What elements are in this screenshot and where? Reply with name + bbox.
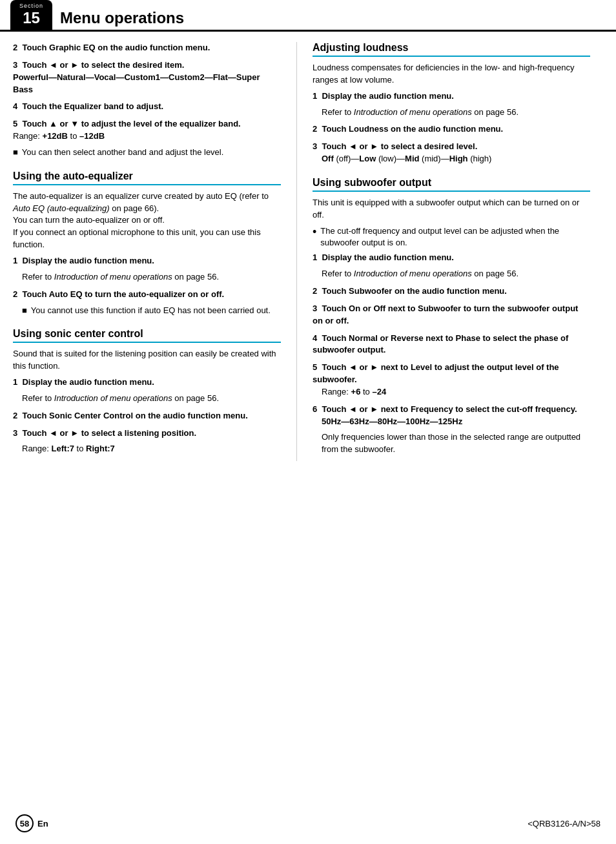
page-number: 58 [20, 819, 29, 829]
footer-code: <QRB3126-A/N>58 [528, 819, 601, 829]
loudness-step-2: 2 Touch Loudness on the audio function m… [313, 123, 590, 136]
sub-step-3-bold: Touch On or Off next to Subwoofer to tur… [313, 304, 578, 325]
sub-step-3: 3 Touch On or Off next to Subwoofer to t… [313, 303, 590, 327]
sub-step-6-num: 6 [313, 404, 317, 414]
section-heading-sonic-center: Using sonic center control [13, 328, 281, 343]
auto-eq-step-1-bold: Display the audio function menu. [22, 256, 154, 265]
sub-step-1-body: Refer to Introduction of menu operations… [322, 268, 590, 280]
left-column: 2 Touch Graphic EQ on the audio function… [13, 42, 297, 461]
subwoofer-intro: This unit is equipped with a subwoofer o… [313, 197, 590, 221]
step-5-num: 5 [13, 119, 17, 129]
loudness-step-3-num: 3 [313, 141, 317, 151]
bullet-square-icon: ■ [13, 147, 18, 159]
sub-step-4-num: 4 [313, 333, 317, 343]
sub-step-3-num: 3 [313, 304, 317, 313]
auto-eq-step-1-body: Refer to Introduction of menu operations… [22, 271, 281, 283]
sonic-step-1-body: Refer to Introduction of menu operations… [22, 393, 281, 405]
step-2-text: Touch Graphic EQ on the audio function m… [22, 43, 210, 52]
subwoofer-bullet: • The cut-off frequency and output level… [313, 225, 590, 250]
sonic-step-1-bold: Display the audio function menu. [22, 377, 154, 387]
loudness-step-1-body: Refer to Introduction of menu operations… [322, 107, 590, 119]
subwoofer-bullet-text: The cut-off frequency and output level c… [320, 225, 590, 250]
sonic-step-3-num: 3 [13, 428, 17, 438]
subwoofer-section: This unit is equipped with a subwoofer o… [313, 197, 590, 456]
auto-eq-step-1: 1 Display the audio function menu. Refer… [13, 255, 281, 283]
sonic-step-3-bold: Touch ◄ or ► to select a listening posit… [22, 428, 196, 438]
sub-step-6: 6 Touch ◄ or ► next to Frequency to sele… [313, 404, 590, 456]
sub-step-2: 2 Touch Subwoofer on the audio function … [313, 285, 590, 298]
section-heading-loudness: Adjusting loudness [313, 42, 590, 57]
auto-equalizer-section: The auto-equalizer is an equalizer curve… [13, 190, 281, 317]
footer-page: 58 En [15, 814, 48, 832]
sonic-step-3-range: Range: Left:7 to Right:7 [22, 443, 281, 455]
sonic-step-2: 2 Touch Sonic Center Control on the audi… [13, 410, 281, 422]
sonic-step-3: 3 Touch ◄ or ► to select a listening pos… [13, 427, 281, 456]
sub-step-5-bold: Touch ◄ or ► next to Level to adjust the… [313, 362, 559, 384]
step-4-text: Touch the Equalizer band to adjust. [22, 101, 163, 111]
loudness-step-3-sub: Off (off)—Low (low)—Mid (mid)—High (high… [322, 154, 491, 163]
step-5: 5 Touch ▲ or ▼ to adjust the level of th… [13, 118, 281, 159]
page-number-circle: 58 [15, 814, 34, 832]
intro-steps: 2 Touch Graphic EQ on the audio function… [13, 42, 281, 159]
sub-step-6-sub: 50Hz—63Hz—80Hz—100Hz—125Hz [322, 417, 462, 426]
sonic-center-intro: Sound that is suited for the listening p… [13, 348, 281, 373]
auto-eq-step-2-bold: Touch Auto EQ to turn the auto-equalizer… [22, 289, 224, 299]
sub-step-6-note: Only frequencies lower than those in the… [322, 431, 590, 456]
step-2: 2 Touch Graphic EQ on the audio function… [13, 42, 281, 54]
loudness-step-1-bold: Display the audio function menu. [322, 91, 453, 101]
footer-lang: En [37, 819, 48, 829]
page-title: Menu operations [60, 9, 184, 30]
sonic-center-section: Sound that is suited for the listening p… [13, 348, 281, 455]
loudness-step-1-num: 1 [313, 91, 317, 101]
section-label: Section [19, 3, 43, 9]
main-content: 2 Touch Graphic EQ on the audio function… [0, 32, 616, 474]
bullet-dot-icon: • [313, 225, 316, 240]
loudness-intro: Loudness compensates for deficiencies in… [313, 62, 590, 87]
step-4-num: 4 [13, 101, 17, 111]
sub-step-1-num: 1 [313, 252, 317, 262]
sonic-step-2-bold: Touch Sonic Center Control on the audio … [22, 411, 247, 420]
loudness-step-2-num: 2 [313, 124, 317, 134]
sub-step-4: 4 Touch Normal or Reverse next to Phase … [313, 333, 590, 357]
header-bar: Section 15 Menu operations [0, 0, 616, 32]
sonic-step-1-num: 1 [13, 377, 17, 387]
step-4: 4 Touch the Equalizer band to adjust. [13, 101, 281, 113]
loudness-step-1: 1 Display the audio function menu. Refer… [313, 90, 590, 119]
sub-step-5-num: 5 [313, 362, 317, 372]
step-3-text: Touch ◄ or ► to select the desired item. [22, 60, 184, 70]
page: Section 15 Menu operations 2 Touch Graph… [0, 0, 616, 844]
auto-eq-intro: The auto-equalizer is an equalizer curve… [13, 190, 281, 251]
sub-step-6-bold: Touch ◄ or ► next to Frequency to select… [322, 404, 577, 414]
step-5-range: Range: +12dB to –12dB [13, 131, 105, 141]
section-badge: Section 15 [10, 0, 52, 30]
step-5-bullet: ■ You can then select another band and a… [13, 147, 281, 159]
section-heading-auto-equalizer: Using the auto-equalizer [13, 170, 281, 185]
sub-step-1-bold: Display the audio function menu. [322, 252, 453, 262]
loudness-step-3-bold: Touch ◄ or ► to select a desired level. [322, 141, 477, 151]
auto-eq-step-2: 2 Touch Auto EQ to turn the auto-equaliz… [13, 289, 281, 317]
step-3-sub: Powerful—Natural—Vocal—Custom1—Custom2—F… [13, 72, 260, 94]
bullet-square-icon-2: ■ [22, 305, 27, 317]
sub-step-2-num: 2 [313, 286, 317, 296]
sonic-step-1: 1 Display the audio function menu. Refer… [13, 376, 281, 405]
auto-eq-step-2-bullet: ■ You cannot use this function if auto E… [22, 305, 281, 317]
sub-step-5-range: Range: +6 to –24 [322, 387, 386, 396]
step-2-num: 2 [13, 43, 17, 52]
section-heading-subwoofer: Using subwoofer output [313, 177, 590, 192]
step-5-bullet-text: You can then select another band and adj… [22, 147, 223, 159]
loudness-step-2-bold: Touch Loudness on the audio function men… [322, 124, 503, 134]
auto-eq-step-2-bullet-text: You cannot use this function if auto EQ … [31, 305, 271, 317]
step-3-num: 3 [13, 60, 17, 70]
step-5-text: Touch ▲ or ▼ to adjust the level of the … [22, 119, 240, 129]
sonic-step-2-num: 2 [13, 411, 17, 420]
right-column: Adjusting loudness Loudness compensates … [297, 42, 590, 461]
sub-step-1: 1 Display the audio function menu. Refer… [313, 252, 590, 280]
auto-eq-step-1-num: 1 [13, 256, 17, 265]
loudness-section: Loudness compensates for deficiencies in… [313, 62, 590, 165]
sub-step-5: 5 Touch ◄ or ► next to Level to adjust t… [313, 362, 590, 398]
auto-eq-step-2-num: 2 [13, 289, 17, 299]
footer: 58 En <QRB3126-A/N>58 [0, 814, 616, 832]
sub-step-4-bold: Touch Normal or Reverse next to Phase to… [313, 333, 568, 355]
section-number: 15 [23, 10, 40, 26]
sub-step-2-bold: Touch Subwoofer on the audio function me… [322, 286, 506, 296]
